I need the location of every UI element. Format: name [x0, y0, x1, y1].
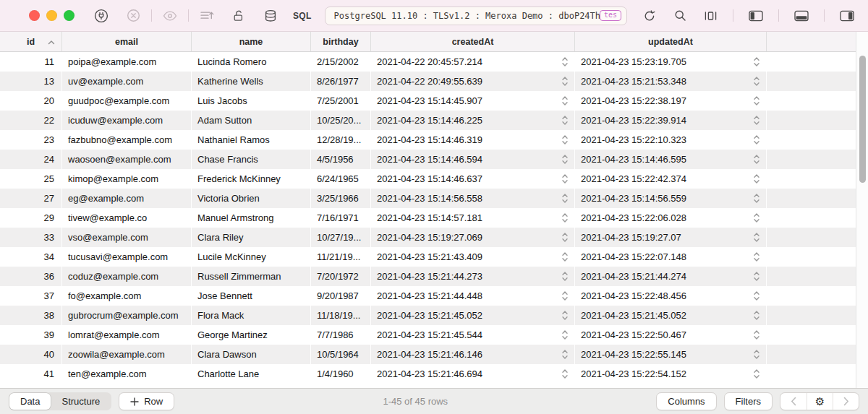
cell-updatedAt[interactable]: 2021-04-23 15:14:46.595	[575, 150, 767, 169]
connection-plug-icon[interactable]	[90, 5, 112, 27]
timestamp-stepper[interactable]	[557, 349, 569, 360]
timestamp-stepper[interactable]	[749, 232, 760, 243]
right-panel-icon[interactable]	[836, 5, 858, 27]
cell-email[interactable]: ten@example.com	[62, 364, 192, 384]
table-row[interactable]: 36coduz@example.comRussell Zimmerman7/20…	[0, 267, 856, 286]
zoom-window-button[interactable]	[64, 10, 75, 21]
cell-id[interactable]: 25	[0, 169, 62, 189]
cell-updatedAt[interactable]: 2021-04-23 15:22:10.323	[575, 130, 767, 150]
cell-id[interactable]: 34	[0, 247, 62, 267]
cell-id[interactable]: 27	[0, 189, 62, 208]
cell-id[interactable]: 24	[0, 150, 62, 169]
cell-name[interactable]: Flora Mack	[192, 306, 311, 325]
timestamp-stepper[interactable]	[749, 271, 760, 282]
table-row[interactable]: 40zoowila@example.comClara Dawson10/5/19…	[0, 345, 856, 364]
timestamp-stepper[interactable]	[749, 154, 760, 165]
timestamp-stepper[interactable]	[557, 271, 569, 282]
timestamp-stepper[interactable]	[557, 251, 569, 262]
cell-email[interactable]: tucusavi@example.com	[62, 247, 192, 267]
cell-email[interactable]: gubrocrum@example.com	[62, 306, 192, 325]
cell-updatedAt[interactable]: 2021-04-23 15:19:27.07	[575, 228, 767, 247]
cell-name[interactable]: Lucinda Romero	[192, 52, 311, 72]
cell-email[interactable]: icuduw@example.com	[62, 111, 192, 130]
cell-name[interactable]: Frederick McKinney	[192, 169, 311, 189]
cell-createdAt[interactable]: 2021-04-23 15:14:46.319	[371, 130, 575, 150]
timestamp-stepper[interactable]	[557, 173, 569, 184]
cell-updatedAt[interactable]: 2021-04-23 15:22:42.374	[575, 169, 767, 189]
cell-email[interactable]: poipa@example.com	[62, 52, 192, 72]
column-header-updatedAt[interactable]: updatedAt	[575, 32, 767, 51]
cell-updatedAt[interactable]: 2021-04-23 15:22:50.467	[575, 325, 767, 345]
timestamp-stepper[interactable]	[557, 134, 569, 145]
cell-birthday[interactable]: 11/18/19...	[311, 306, 371, 325]
cell-birthday[interactable]: 10/27/19...	[311, 228, 371, 247]
timestamp-stepper[interactable]	[557, 290, 569, 301]
cell-updatedAt[interactable]: 2021-04-23 15:23:19.705	[575, 52, 767, 72]
timestamp-stepper[interactable]	[749, 290, 760, 301]
timestamp-stepper[interactable]	[557, 76, 569, 87]
table-row[interactable]: 29tivew@example.coManuel Armstrong7/16/1…	[0, 208, 856, 228]
cell-updatedAt[interactable]: 2021-04-23 15:22:55.145	[575, 345, 767, 364]
cell-id[interactable]: 13	[0, 72, 62, 91]
scrollbar-thumb[interactable]	[859, 56, 866, 183]
table-row[interactable]: 33vso@example.comClara Riley10/27/19...2…	[0, 228, 856, 247]
timestamp-stepper[interactable]	[557, 329, 569, 340]
cell-updatedAt[interactable]: 2021-04-23 15:22:48.456	[575, 286, 767, 306]
cell-id[interactable]: 41	[0, 364, 62, 384]
add-row-button[interactable]: Row	[119, 392, 174, 410]
cell-name[interactable]: Victoria Obrien	[192, 189, 311, 208]
close-window-button[interactable]	[29, 10, 40, 21]
cell-createdAt[interactable]: 2021-04-22 20:49:55.639	[371, 72, 575, 91]
cell-name[interactable]: Clara Dawson	[192, 345, 311, 364]
cell-updatedAt[interactable]: 2021-04-23 15:22:06.028	[575, 208, 767, 228]
timestamp-stepper[interactable]	[749, 193, 760, 204]
cell-email[interactable]: kimop@example.com	[62, 169, 192, 189]
cell-birthday[interactable]: 1/4/1960	[311, 364, 371, 384]
column-header-name[interactable]: name	[192, 32, 311, 51]
timestamp-stepper[interactable]	[749, 115, 760, 126]
minimize-window-button[interactable]	[46, 10, 57, 21]
timestamp-stepper[interactable]	[557, 232, 569, 243]
bottom-panel-icon[interactable]	[791, 5, 812, 27]
timestamp-stepper[interactable]	[749, 56, 760, 67]
unlocked-icon[interactable]	[228, 5, 250, 27]
columns-button[interactable]: Columns	[656, 392, 716, 410]
cell-id[interactable]: 40	[0, 345, 62, 364]
cell-birthday[interactable]: 6/24/1965	[311, 169, 371, 189]
timestamp-stepper[interactable]	[749, 329, 760, 340]
cell-name[interactable]: Nathaniel Ramos	[192, 130, 311, 150]
cell-id[interactable]: 20	[0, 91, 62, 111]
timestamp-stepper[interactable]	[557, 56, 569, 67]
cell-name[interactable]: Jose Bennett	[192, 286, 311, 306]
timestamp-stepper[interactable]	[557, 154, 569, 165]
table-row[interactable]: 34tucusavi@example.comLucile McKinney11/…	[0, 247, 856, 267]
cell-email[interactable]: zoowila@example.com	[62, 345, 192, 364]
cell-id[interactable]: 36	[0, 267, 62, 286]
table-row[interactable]: 22icuduw@example.comAdam Sutton10/25/20.…	[0, 111, 856, 130]
cell-name[interactable]: Russell Zimmerman	[192, 267, 311, 286]
table-row[interactable]: 20guudpoc@example.comLuis Jacobs7/25/200…	[0, 91, 856, 111]
prev-page-button[interactable]	[780, 393, 807, 410]
timestamp-stepper[interactable]	[749, 173, 760, 184]
columns-view-icon[interactable]	[699, 5, 721, 27]
cell-createdAt[interactable]: 2021-04-23 15:14:45.907	[371, 91, 575, 111]
cell-id[interactable]: 37	[0, 286, 62, 306]
vertical-scrollbar[interactable]	[856, 32, 868, 388]
cell-createdAt[interactable]: 2021-04-23 15:14:46.594	[371, 150, 575, 169]
cell-email[interactable]: guudpoc@example.com	[62, 91, 192, 111]
cell-id[interactable]: 23	[0, 130, 62, 150]
cell-createdAt[interactable]: 2021-04-23 15:14:56.558	[371, 189, 575, 208]
cell-id[interactable]: 22	[0, 111, 62, 130]
column-header-id[interactable]: id	[0, 32, 62, 51]
cell-name[interactable]: George Martinez	[192, 325, 311, 345]
cell-birthday[interactable]: 12/28/19...	[311, 130, 371, 150]
timestamp-stepper[interactable]	[749, 134, 760, 145]
left-panel-icon[interactable]	[745, 5, 767, 27]
search-icon[interactable]	[669, 5, 691, 27]
table-row[interactable]: 27eg@example.comVictoria Obrien3/25/1966…	[0, 189, 856, 208]
cell-name[interactable]: Charlotte Lane	[192, 364, 311, 384]
timestamp-stepper[interactable]	[557, 193, 569, 204]
cell-createdAt[interactable]: 2021-04-23 15:21:43.409	[371, 247, 575, 267]
cell-createdAt[interactable]: 2021-04-23 15:21:45.052	[371, 306, 575, 325]
column-header-email[interactable]: email	[62, 32, 192, 51]
